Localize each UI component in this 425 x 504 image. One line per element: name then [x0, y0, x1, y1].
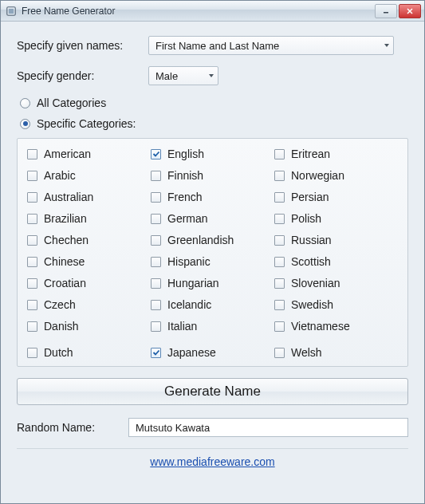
- names-dropdown-value: First Name and Last Name: [155, 40, 279, 52]
- checkbox-icon: [151, 278, 161, 289]
- checkbox-icon: [151, 321, 161, 332]
- category-checkbox[interactable]: Icelandic: [151, 297, 274, 312]
- category-checkbox[interactable]: Brazilian: [27, 211, 151, 226]
- names-row: Specify given names: First Name and Last…: [17, 36, 408, 55]
- category-label: Dutch: [44, 346, 73, 359]
- gender-label: Specify gender:: [17, 69, 148, 82]
- category-label: Finnish: [167, 169, 203, 182]
- titlebar: Free Name Generator: [1, 1, 424, 22]
- minimize-button[interactable]: [375, 4, 397, 18]
- category-label: Hungarian: [167, 277, 219, 289]
- category-checkbox[interactable]: Norwegian: [274, 168, 398, 183]
- category-label: Japanese: [167, 346, 216, 359]
- app-icon: [6, 6, 17, 17]
- names-label: Specify given names:: [17, 39, 148, 52]
- radio-all-categories[interactable]: All Categories: [20, 96, 408, 109]
- checkbox-icon: [151, 300, 161, 310]
- checkbox-icon: [27, 300, 37, 310]
- result-textbox[interactable]: Mutsuto Kawata: [128, 418, 408, 437]
- checkbox-icon: [274, 192, 285, 203]
- category-checkbox[interactable]: English: [151, 147, 274, 161]
- category-label: Brazilian: [44, 212, 87, 225]
- category-checkbox[interactable]: Eritrean: [274, 147, 398, 161]
- svg-rect-1: [9, 9, 14, 14]
- category-checkbox[interactable]: Scottish: [274, 254, 398, 269]
- checkbox-icon: [274, 214, 285, 224]
- category-checkbox[interactable]: Russian: [274, 233, 398, 247]
- category-checkbox[interactable]: Persian: [274, 190, 398, 204]
- categories-grid: AmericanEnglishEritreanArabicFinnishNorw…: [27, 147, 398, 360]
- category-label: Danish: [44, 320, 79, 333]
- checkbox-icon: [27, 235, 37, 246]
- checkbox-icon: [274, 257, 285, 267]
- generate-button[interactable]: Generate Name: [17, 378, 408, 405]
- close-button[interactable]: [399, 4, 421, 18]
- category-checkbox[interactable]: Slovenian: [274, 276, 398, 290]
- checkbox-icon: [27, 171, 37, 181]
- category-checkbox[interactable]: Hungarian: [151, 276, 274, 290]
- checkbox-checked-icon: [151, 348, 161, 358]
- checkbox-icon: [27, 321, 37, 332]
- names-dropdown[interactable]: First Name and Last Name: [148, 36, 394, 55]
- category-label: Norwegian: [291, 169, 344, 182]
- category-label: Scottish: [291, 255, 331, 268]
- category-checkbox[interactable]: Dutch: [27, 345, 151, 360]
- category-label: Italian: [167, 320, 197, 333]
- checkbox-icon: [151, 214, 161, 224]
- categories-group: AmericanEnglishEritreanArabicFinnishNorw…: [17, 138, 408, 367]
- category-label: Swedish: [291, 298, 333, 311]
- client-area: Specify given names: First Name and Last…: [1, 22, 424, 476]
- category-checkbox[interactable]: Danish: [27, 319, 151, 333]
- category-checkbox[interactable]: Vietnamese: [274, 319, 398, 333]
- radio-specific-label: Specific Categories:: [37, 117, 136, 130]
- category-label: Czech: [44, 298, 76, 311]
- category-checkbox[interactable]: Czech: [27, 297, 151, 312]
- category-label: English: [167, 148, 204, 160]
- result-row: Random Name: Mutsuto Kawata: [17, 418, 408, 437]
- category-checkbox[interactable]: Greenlandish: [151, 233, 274, 247]
- checkbox-icon: [274, 149, 285, 159]
- category-label: Icelandic: [167, 298, 211, 311]
- category-checkbox[interactable]: Finnish: [151, 168, 274, 183]
- checkbox-icon: [274, 348, 285, 358]
- chevron-down-icon: [209, 74, 214, 77]
- category-label: Hispanic: [167, 255, 211, 268]
- checkbox-icon: [274, 278, 285, 289]
- category-checkbox[interactable]: Hispanic: [151, 254, 274, 269]
- result-value: Mutsuto Kawata: [136, 422, 210, 434]
- window-buttons: [373, 4, 421, 18]
- category-checkbox[interactable]: Arabic: [27, 168, 151, 183]
- category-checkbox[interactable]: Croatian: [27, 276, 151, 290]
- category-checkbox[interactable]: Chechen: [27, 233, 151, 247]
- category-checkbox[interactable]: Swedish: [274, 297, 398, 312]
- category-label: French: [167, 191, 203, 203]
- category-label: Persian: [291, 191, 329, 203]
- category-checkbox[interactable]: Polish: [274, 211, 398, 226]
- category-label: Chinese: [44, 255, 85, 268]
- svg-rect-2: [384, 12, 388, 14]
- footer-link[interactable]: www.mediafreeware.com: [150, 455, 274, 468]
- category-label: Arabic: [44, 169, 76, 182]
- checkbox-icon: [27, 257, 37, 267]
- category-checkbox[interactable]: German: [151, 211, 274, 226]
- category-label: Croatian: [44, 277, 86, 289]
- category-label: Slovenian: [291, 277, 340, 289]
- category-checkbox[interactable]: Welsh: [274, 345, 398, 360]
- category-checkbox[interactable]: Australian: [27, 190, 151, 204]
- category-checkbox[interactable]: French: [151, 190, 274, 204]
- category-label: Eritrean: [291, 148, 330, 160]
- category-label: Chechen: [44, 234, 89, 246]
- chevron-down-icon: [384, 44, 389, 47]
- radio-all-label: All Categories: [37, 96, 106, 109]
- category-checkbox[interactable]: Chinese: [27, 254, 151, 269]
- checkbox-icon: [274, 171, 285, 181]
- category-checkbox[interactable]: Italian: [151, 319, 274, 333]
- checkbox-checked-icon: [151, 149, 161, 159]
- category-checkbox[interactable]: Japanese: [151, 345, 274, 360]
- category-label: Australian: [44, 191, 93, 203]
- gender-dropdown[interactable]: Male: [148, 66, 218, 85]
- category-label: Russian: [291, 234, 332, 246]
- radio-specific-categories[interactable]: Specific Categories:: [20, 117, 408, 130]
- category-checkbox[interactable]: American: [27, 147, 151, 161]
- checkbox-icon: [27, 278, 37, 289]
